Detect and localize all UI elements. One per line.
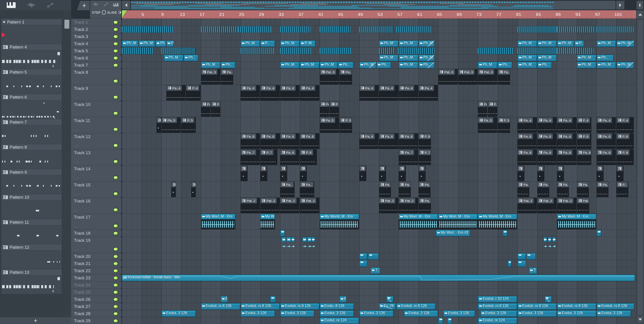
pattern-item[interactable]: Pattern 1 xyxy=(1,19,62,44)
clip[interactable] xyxy=(171,182,176,197)
clip[interactable] xyxy=(359,26,394,33)
track-lane[interactable]: ▶▶▶▶▶▶▶▶▶▶▶▶▶▶▶▶▶▶ xyxy=(122,237,636,253)
clip[interactable]: Pa..4 xyxy=(596,117,616,133)
clip[interactable]: ▶▶Evoluti..rs 8 126 xyxy=(396,303,435,310)
clip[interactable]: ▶▶Ph..M xyxy=(616,62,634,68)
clip[interactable] xyxy=(518,48,556,54)
clip[interactable]: ▶▶Ph.. xyxy=(221,62,235,68)
track-lane[interactable]: ▶▶Evolut..re 124▶▶▶▶▶▶Evolut..re 124 xyxy=(122,317,636,324)
clip[interactable] xyxy=(396,26,432,33)
clip[interactable]: P..4 xyxy=(186,85,200,101)
clip[interactable]: Pa.. xyxy=(300,182,314,197)
clip[interactable]: Pa..4 xyxy=(418,85,438,101)
song-minimap-scrollbar[interactable] xyxy=(131,1,616,9)
clip[interactable]: Pa..4 xyxy=(280,85,300,101)
clip[interactable] xyxy=(320,48,351,54)
clip[interactable]: ▶▶Ph..M xyxy=(379,55,398,61)
pattern-item[interactable]: Pattern 11 xyxy=(1,219,62,244)
track-mute-led[interactable] xyxy=(113,49,118,53)
track-header[interactable]: Track 20 xyxy=(71,253,122,260)
clip[interactable]: ▶▶P..M xyxy=(300,40,315,47)
track-mute-led[interactable] xyxy=(113,127,118,131)
scroll-down-button[interactable] xyxy=(636,316,644,323)
track-header[interactable]: Track 21 xyxy=(71,260,122,267)
clip[interactable]: ▶▶Ph..M xyxy=(518,40,537,47)
clip[interactable]: Pa..8 xyxy=(280,149,300,165)
clip[interactable]: P..5 xyxy=(181,117,196,133)
clip[interactable]: P..4 xyxy=(577,117,591,133)
slide-toggle[interactable] xyxy=(118,10,121,14)
clip[interactable]: ▶▶Ph..M xyxy=(280,62,300,68)
clip[interactable]: ▶▶ xyxy=(544,237,546,253)
clip[interactable]: ▶▶Ph..M xyxy=(577,62,596,68)
clip[interactable] xyxy=(300,166,307,181)
clip[interactable]: ▶▶Ev..26 xyxy=(379,303,396,310)
clip[interactable]: ▶▶My Worl..M - Em xyxy=(399,214,438,229)
clip[interactable]: Pa..6 xyxy=(280,133,300,149)
clip[interactable]: ▶▶Ph..M xyxy=(399,55,418,61)
clip[interactable]: ▶▶Ph..M xyxy=(201,62,220,68)
pattern-item-header[interactable]: Pattern 12 xyxy=(1,244,62,251)
clip[interactable]: Pat..2 xyxy=(240,198,260,213)
clip[interactable]: P..5 xyxy=(498,117,510,133)
clip[interactable]: Pat..2 xyxy=(300,198,319,213)
track-header[interactable]: Track 29 xyxy=(71,317,122,324)
track-lane[interactable]: ▶▶Evolut..3 126▶▶Evolut..3 126▶▶Evolut..… xyxy=(122,310,636,317)
clip[interactable]: ▶▶My Worl..M - Em xyxy=(201,214,235,229)
pattern-preview[interactable] xyxy=(1,276,62,294)
track-lane[interactable] xyxy=(122,165,636,181)
track-header[interactable]: Track 4 xyxy=(71,40,122,47)
track-lane[interactable]: Pa..7P..7Pa..8P..8Pa..7P..7Pa..8Pa..8Pa.… xyxy=(122,149,636,165)
track-mute-led[interactable] xyxy=(113,42,118,46)
track-header[interactable]: Track 9... xyxy=(71,85,122,101)
clip[interactable]: P.. xyxy=(616,182,628,197)
track-lane[interactable] xyxy=(122,47,636,54)
clip[interactable]: ▶▶Evolut..re 124 xyxy=(320,318,359,324)
clip[interactable]: ▶▶Ph..M xyxy=(164,55,183,61)
pattern-item-header[interactable]: Pattern 6 xyxy=(1,94,62,100)
clip[interactable]: Pat..3 xyxy=(320,69,339,84)
automation-clip-icon[interactable] xyxy=(104,2,108,7)
clip[interactable]: ▶▶Evolut..3 126 xyxy=(162,310,196,317)
clip[interactable]: Pat..3 xyxy=(458,69,478,84)
clip[interactable]: Pa..4 xyxy=(300,85,319,101)
track-header[interactable]: Track 19... xyxy=(71,237,122,253)
clip[interactable]: Pa..5 xyxy=(320,117,339,133)
clip[interactable]: Pa.. xyxy=(280,182,294,197)
clip[interactable]: P..7 xyxy=(260,149,277,165)
clip[interactable]: ▶▶Ph.. xyxy=(498,62,512,68)
clip[interactable]: Kickstart-64bit - break bass - Mix xyxy=(122,275,635,281)
track-header[interactable]: Track 2 xyxy=(71,26,122,33)
clip[interactable] xyxy=(518,26,556,33)
clip[interactable]: Pa..4 xyxy=(240,85,260,101)
pattern-item-header[interactable]: Pattern 8 xyxy=(1,144,62,150)
clip[interactable]: ▶▶E..4 xyxy=(221,296,228,303)
track-header[interactable]: Track 17... xyxy=(71,214,122,230)
clip[interactable]: P..8 xyxy=(300,149,317,165)
clip[interactable]: ▶▶Ph.. xyxy=(338,62,353,68)
timeline-ruler[interactable]: 5913172125293337414549535761656973778185… xyxy=(122,10,636,19)
clip[interactable]: Pat..3 xyxy=(478,69,497,84)
track-header[interactable]: Track 24 xyxy=(71,282,122,289)
clip[interactable] xyxy=(240,48,274,54)
clip[interactable]: ▶▶Ph..M xyxy=(478,62,497,68)
automation-clip-icon[interactable] xyxy=(47,2,54,8)
clip[interactable]: ▶▶ xyxy=(596,230,601,236)
clip[interactable]: ▶▶Ph.. xyxy=(537,62,552,68)
clip[interactable]: ▶▶Ph..M xyxy=(596,40,616,47)
clip[interactable]: Pa..5 xyxy=(162,117,181,133)
pattern-item-header[interactable]: Pattern 5 xyxy=(1,69,62,75)
clip[interactable]: Pa..5 xyxy=(478,117,497,133)
clip[interactable]: Pat..2 xyxy=(260,198,280,213)
clip[interactable]: ▶▶ xyxy=(359,260,368,267)
clip[interactable] xyxy=(418,166,426,181)
scrollbar-handle[interactable] xyxy=(637,20,643,316)
clip[interactable]: ▶▶My W.. xyxy=(260,214,274,229)
clip[interactable]: P..8 xyxy=(616,149,634,165)
clip[interactable]: ▶▶ xyxy=(368,253,378,260)
pattern-item[interactable]: Pattern 4 xyxy=(1,44,62,69)
clip[interactable]: Pa..6 xyxy=(260,133,280,149)
clip[interactable] xyxy=(238,26,271,33)
clip[interactable]: Pa.. xyxy=(340,69,352,84)
clip[interactable]: ▶▶ xyxy=(307,237,312,253)
